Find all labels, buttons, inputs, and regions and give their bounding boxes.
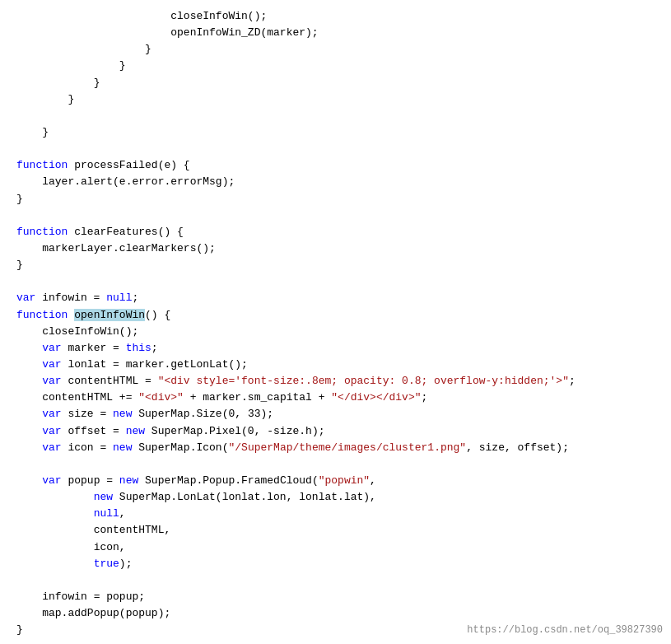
code-text: contentHTML +=: [42, 391, 138, 404]
code-line: icon,: [16, 539, 671, 556]
keyword: new: [119, 474, 138, 487]
string: "<div>": [138, 391, 184, 404]
code-line: closeInfoWin();: [16, 8, 671, 25]
code-text: markerLayer.clearMarkers();: [42, 242, 216, 254]
code-text: ;: [132, 292, 138, 304]
code-line: }: [16, 75, 671, 91]
code-text: infowin =: [35, 292, 106, 304]
code-text: lonlat = marker.getLonLat();: [62, 358, 248, 371]
code-text: SuperMap.Popup.FramedCloud(: [138, 474, 318, 487]
keyword: true: [94, 558, 119, 570]
code-text: infowin = popup;: [42, 590, 145, 603]
code-line: var icon = new SuperMap.Icon("/SuperMap/…: [16, 440, 671, 456]
string: "</div></div>": [331, 391, 421, 404]
code-text: SuperMap.Pixel(0, -size.h);: [145, 425, 324, 437]
highlighted-function-name: openInfoWin: [74, 309, 145, 321]
keyword: var: [42, 408, 61, 420]
code-text: );: [119, 558, 133, 570]
code-line: var marker = this;: [16, 340, 671, 357]
code-line: }: [16, 124, 671, 141]
keyword: var: [42, 358, 61, 371]
code-text: closeInfoWin();: [170, 10, 267, 22]
code-line: [16, 572, 671, 589]
code-text: icon =: [62, 441, 113, 454]
code-text: }: [42, 126, 49, 138]
code-line: [16, 141, 671, 157]
code-text: }: [94, 77, 100, 89]
code-text: ;: [151, 342, 158, 354]
code-text: ,: [119, 507, 126, 520]
keyword: function: [16, 309, 68, 321]
code-line: var popup = new SuperMap.Popup.FramedClo…: [16, 473, 671, 489]
code-text: offset =: [62, 425, 126, 437]
code-line: contentHTML += "<div>" + marker.sm_capit…: [16, 390, 671, 406]
code-line: }: [16, 191, 671, 208]
code-text: SuperMap.LonLat(lonlat.lon, lonlat.lat),: [113, 491, 376, 503]
code-text: SuperMap.Icon(: [132, 441, 228, 454]
code-text: }: [68, 93, 74, 105]
code-line: var contentHTML = "<div style='font-size…: [16, 373, 671, 390]
code-text: }: [119, 59, 126, 72]
keyword: new: [126, 425, 145, 437]
keyword: var: [42, 474, 61, 487]
code-text: layer.alert(e.error.errorMsg);: [42, 175, 235, 188]
code-text: SuperMap.Size(0, 33);: [132, 408, 273, 420]
keyword: new: [94, 491, 113, 503]
code-line: }: [16, 41, 671, 58]
code-line: layer.alert(e.error.errorMsg);: [16, 174, 671, 190]
string: "/SuperMap/theme/images/cluster1.png": [228, 441, 466, 454]
string: "popwin": [319, 474, 370, 487]
code-text: marker =: [62, 342, 126, 354]
keyword: function: [16, 226, 68, 238]
code-line: null,: [16, 506, 671, 522]
keyword: null: [94, 507, 119, 520]
code-line: openInfoWin_ZD(marker);: [16, 25, 671, 41]
keyword: var: [42, 425, 61, 437]
code-text: + marker.sm_capital +: [184, 391, 331, 404]
code-line: map.addPopup(popup);: [16, 605, 671, 622]
code-line: contentHTML,: [16, 522, 671, 539]
keyword: new: [113, 408, 132, 420]
code-text: icon,: [94, 541, 126, 553]
code-text: clearFeatures() {: [68, 226, 183, 238]
code-text: ;: [422, 391, 428, 404]
code-text: contentHTML =: [62, 375, 158, 387]
code-line: function openInfoWin() {: [16, 307, 671, 324]
code-text: }: [16, 623, 23, 636]
code-text: }: [16, 193, 23, 205]
code-text: }: [145, 43, 151, 55]
code-line: infowin = popup;: [16, 589, 671, 605]
code-text: processFailed(e) {: [68, 159, 189, 171]
code-line: [16, 456, 671, 473]
keyword: var: [42, 441, 61, 454]
code-line: function clearFeatures() {: [16, 224, 671, 240]
code-line: }: [16, 91, 671, 108]
code-text: contentHTML,: [94, 524, 171, 536]
code-line: function processFailed(e) {: [16, 157, 671, 174]
keyword: new: [113, 441, 132, 454]
code-text: ;: [569, 375, 575, 387]
code-line: var size = new SuperMap.Size(0, 33);: [16, 406, 671, 422]
code-line: var lonlat = marker.getLonLat();: [16, 357, 671, 373]
code-line: var infowin = null;: [16, 290, 671, 306]
code-line: [16, 208, 671, 224]
code-text: popup =: [62, 474, 119, 487]
keyword: function: [16, 159, 68, 171]
code-line: var offset = new SuperMap.Pixel(0, -size…: [16, 423, 671, 440]
code-line: true);: [16, 556, 671, 572]
code-line: }: [16, 58, 671, 74]
page-url: https://blog.csdn.net/oq_39827390: [467, 623, 663, 637]
code-text: map.addPopup(popup);: [42, 607, 170, 619]
code-text: openInfoWin_ZD(marker);: [170, 26, 318, 39]
keyword: this: [126, 342, 151, 354]
keyword: null: [106, 292, 132, 304]
code-text: () {: [145, 309, 170, 321]
code-line: }: [16, 257, 671, 273]
code-text: size =: [62, 408, 113, 420]
code-line: [16, 108, 671, 124]
code-editor: closeInfoWin(); openInfoWin_ZD(marker); …: [0, 0, 671, 644]
code-text: closeInfoWin();: [42, 325, 138, 338]
code-line: closeInfoWin();: [16, 324, 671, 340]
keyword: var: [42, 342, 61, 354]
code-text: }: [16, 259, 23, 271]
